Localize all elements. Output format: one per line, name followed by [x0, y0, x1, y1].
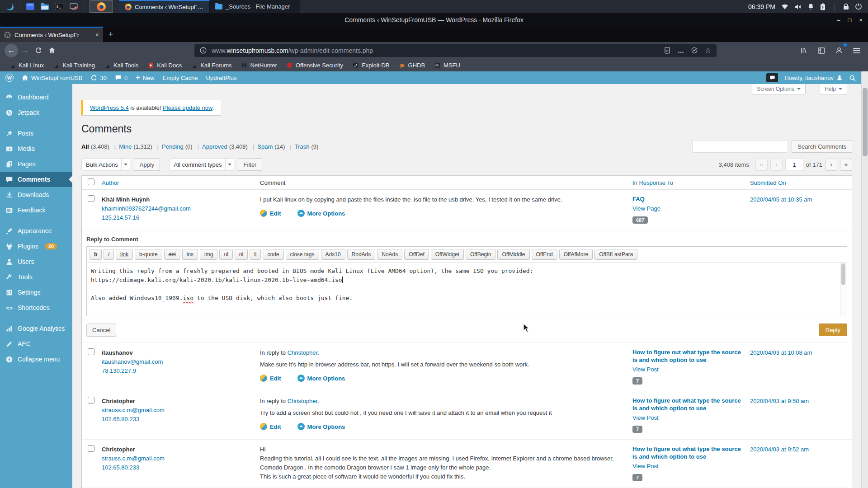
close-button[interactable]: ×	[859, 17, 863, 23]
comment-author-email[interactable]: itaushanov@gmail.com	[102, 358, 163, 365]
column-author[interactable]: Author	[102, 179, 119, 186]
workspace-icon[interactable]	[24, 1, 36, 13]
view-post-link[interactable]: View Post	[632, 366, 659, 373]
comment-author-email[interactable]: khaiminh0937627244@gmail.com	[102, 205, 191, 212]
response-post-title[interactable]: How to figure out what type the source i…	[632, 348, 745, 364]
sidebar-item-media[interactable]: Media	[0, 141, 72, 156]
filter-mine[interactable]: Mine	[119, 143, 132, 150]
page-actions-icon[interactable]: …	[676, 46, 686, 56]
help-button[interactable]: Help	[820, 84, 847, 94]
column-submitted-on[interactable]: Submitted On	[750, 179, 786, 186]
qt-offafmore-button[interactable]: OffAfMore	[559, 249, 593, 260]
comment-count-badge[interactable]: 687	[632, 216, 648, 224]
volume-icon[interactable]	[794, 4, 802, 10]
taskbar-item-file-manager[interactable]: _Sources - File Manager	[210, 0, 300, 13]
minimize-button[interactable]: –	[837, 17, 840, 23]
update-now-link[interactable]: Please update now	[163, 104, 212, 111]
tab-close-icon[interactable]: ×	[95, 31, 99, 38]
sidebar-item-settings[interactable]: Settings	[0, 285, 72, 300]
filter-approved[interactable]: Approved	[202, 143, 227, 150]
sidebar-item-users[interactable]: Users	[0, 254, 72, 269]
forward-button[interactable]: →	[18, 44, 32, 57]
wp-logo[interactable]: W	[5, 74, 14, 82]
in-reply-to-link[interactable]: Christopher	[288, 349, 317, 356]
admin-bar-comments[interactable]: 0	[115, 75, 127, 81]
search-comments-button[interactable]: Search Comments	[792, 140, 852, 153]
clock[interactable]: 06:39 PM	[748, 3, 775, 10]
edit-button[interactable]: Edit	[260, 423, 281, 430]
qt-ads10-button[interactable]: Ads10	[321, 249, 345, 260]
bookmark-kali-docs[interactable]: Kali Docs	[144, 61, 185, 70]
sidebar-toggle-icon[interactable]	[815, 44, 828, 57]
qt-offbegin-button[interactable]: OffBegin	[466, 249, 495, 260]
taskbar-item-firefox[interactable]: Comments ‹ WinSetupF…	[119, 0, 210, 13]
admin-bar-updraftplus[interactable]: UpdraftPlus	[206, 75, 237, 81]
sidebar-item-google-analytics[interactable]: Google Analytics	[0, 321, 72, 336]
response-post-title[interactable]: How to figure out what type the source i…	[632, 445, 745, 460]
lock-screen-icon[interactable]	[843, 3, 849, 10]
view-post-link[interactable]: View Post	[632, 463, 659, 469]
scrollbar-thumb[interactable]	[863, 88, 868, 156]
qt-ins-button[interactable]: ins	[182, 249, 198, 260]
reply-submit-button[interactable]: Reply	[819, 324, 847, 336]
qt-ul-button[interactable]: ul	[219, 249, 232, 260]
file-manager-icon[interactable]	[39, 1, 51, 13]
comment-author-ip[interactable]: 102.65.80.233	[102, 464, 139, 471]
page-scrollbar[interactable]	[861, 71, 868, 488]
new-tab-button[interactable]: +	[103, 27, 118, 42]
bookmark-msfu[interactable]: MSFU	[430, 61, 464, 70]
sidebar-item-dashboard[interactable]: Dashboard	[0, 89, 72, 105]
edit-button[interactable]: Edit	[260, 375, 281, 382]
bookmark-kali-linux[interactable]: Kali Linux	[5, 61, 47, 70]
view-post-link[interactable]: View Post	[632, 414, 659, 421]
submitted-date-link[interactable]: 2020/04/03 at 9:52 am	[750, 446, 809, 453]
sidebar-item-comments[interactable]: Comments	[0, 172, 72, 187]
qt-ol-button[interactable]: ol	[235, 249, 248, 260]
menu-hamburger-icon[interactable]	[850, 44, 863, 57]
row-checkbox[interactable]	[88, 397, 94, 404]
submitted-date-link[interactable]: 2020/04/03 at 9:58 am	[750, 398, 809, 404]
bookmark-nethunter[interactable]: NetHunter	[237, 61, 281, 70]
bookmark-exploit-db[interactable]: Exploit-DB	[349, 61, 393, 70]
qt-noads-button[interactable]: NoAds	[377, 249, 402, 260]
sidebar-item-feedback[interactable]: Feedback	[0, 202, 72, 218]
kali-menu-icon[interactable]	[4, 1, 16, 13]
sidebar-item-plugins[interactable]: Plugins 20	[0, 239, 72, 254]
qt-italic-button[interactable]: i	[104, 249, 114, 260]
response-post-title[interactable]: FAQ	[632, 195, 745, 203]
admin-bar-site-name[interactable]: WinSetupFromUSB	[22, 75, 82, 81]
tab-comments[interactable]: W Comments ‹ WinSetupFr ×	[0, 27, 103, 42]
select-all-checkbox[interactable]	[88, 178, 94, 185]
reply-textarea[interactable]: Writing this reply from a freshly prepar…	[87, 263, 847, 316]
screen-options-button[interactable]: Screen Options	[752, 84, 806, 94]
qt-bold-button[interactable]: b	[90, 249, 102, 260]
view-page-link[interactable]: View Page	[632, 205, 660, 212]
qt-img-button[interactable]: img	[200, 249, 217, 260]
bookmark-kali-training[interactable]: Kali Training	[49, 61, 99, 70]
next-page-button[interactable]: ›	[825, 159, 837, 171]
maximize-button[interactable]: □	[848, 17, 852, 23]
row-checkbox[interactable]	[88, 445, 94, 452]
row-checkbox[interactable]	[88, 348, 94, 355]
sidebar-item-jetpack[interactable]: Jetpack	[0, 105, 72, 120]
pocket-shield-icon[interactable]	[689, 46, 699, 56]
sidebar-item-appearance[interactable]: Appearance	[0, 223, 72, 239]
apply-button[interactable]: Apply	[134, 158, 160, 171]
battery-icon[interactable]	[820, 3, 826, 10]
qt-offdef-button[interactable]: OffDef	[404, 249, 429, 260]
bookmark-star-icon[interactable]: ☆	[703, 46, 713, 56]
comment-count-badge[interactable]: 7	[632, 377, 642, 385]
reader-mode-icon[interactable]	[662, 46, 672, 56]
first-page-button[interactable]: «	[755, 159, 768, 171]
home-button[interactable]	[45, 44, 59, 57]
sidebar-item-aec[interactable]: AEC	[0, 336, 72, 352]
filter-trash[interactable]: Trash	[295, 143, 310, 150]
qt-offwidget-button[interactable]: OffWidget	[431, 249, 464, 260]
more-options-button[interactable]: More Options	[297, 210, 345, 217]
bulk-actions-select[interactable]: Bulk Actions	[81, 158, 130, 171]
row-checkbox[interactable]	[88, 195, 94, 202]
comment-type-select[interactable]: All comment types	[169, 158, 234, 171]
more-options-button[interactable]: More Options	[297, 375, 345, 382]
bookmark-kali-tools[interactable]: Kali Tools	[100, 61, 142, 70]
qt-code-button[interactable]: code	[263, 249, 283, 260]
